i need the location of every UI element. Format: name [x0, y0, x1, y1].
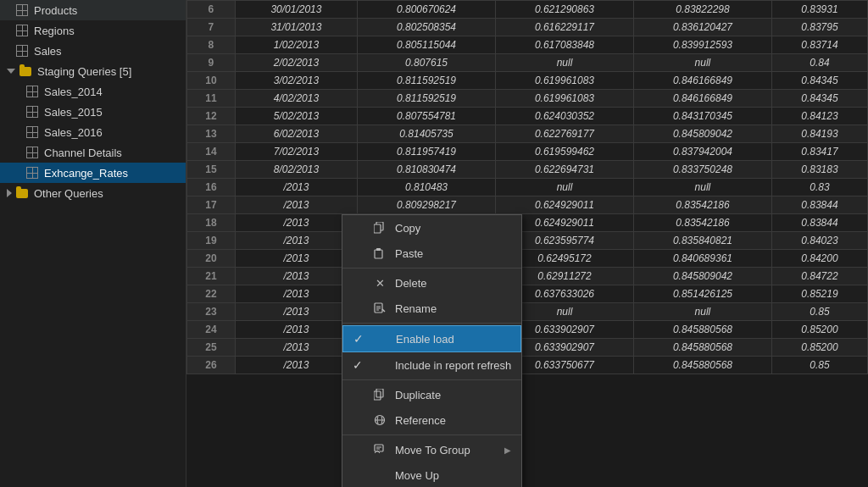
table-cell: /2013: [235, 179, 357, 196]
row-number: 21: [187, 268, 236, 285]
table-cell: 0.85219: [771, 285, 867, 303]
row-number: 23: [187, 303, 236, 321]
menu-item-label: Rename: [395, 302, 511, 315]
table-row: 103/02/20130.8115925190.6199610830.84616…: [187, 72, 868, 90]
sidebar-item-exhcange_rates[interactable]: Exhcange_Rates: [0, 163, 186, 183]
table-cell: 0.836120427: [633, 19, 771, 36]
folder-icon: [15, 186, 29, 200]
row-number: 17: [187, 196, 236, 214]
svg-rect-13: [375, 445, 383, 451]
table-row: 114/02/20130.8115925190.6199610830.84616…: [187, 90, 868, 108]
sidebar-item-regions[interactable]: Regions: [0, 20, 186, 41]
row-number: 19: [187, 232, 236, 250]
row-number: 6: [187, 1, 236, 19]
menu-item-rename[interactable]: Rename: [342, 296, 521, 321]
menu-item-icon: [371, 300, 388, 317]
menu-item-move-to-group[interactable]: Move To Group▶: [342, 437, 521, 462]
sidebar-item-other-queries[interactable]: Other Queries: [0, 183, 186, 203]
row-number: 18: [187, 214, 236, 232]
table-cell: 0.809298217: [358, 196, 496, 214]
table-cell: 0.84345: [771, 90, 867, 108]
table-cell: 0.845880568: [633, 339, 771, 357]
data-table: 630/01/20130.8006706240.6212908630.83822…: [186, 0, 868, 374]
menu-separator: [342, 323, 521, 324]
table-row: 19/20130.8143764140.6235957740.835840821…: [187, 232, 868, 250]
sidebar-item-sales_2015[interactable]: Sales_2015: [0, 102, 186, 122]
table-cell: /2013: [235, 232, 357, 250]
menu-item-move-up[interactable]: Move Up: [342, 462, 521, 487]
row-number: 7: [187, 19, 236, 36]
menu-item-copy[interactable]: Copy: [342, 215, 521, 241]
menu-item-duplicate[interactable]: Duplicate: [342, 382, 521, 407]
sidebar-item-sales[interactable]: Sales: [0, 41, 186, 61]
sidebar-item-sales_2014[interactable]: Sales_2014: [0, 81, 186, 102]
table-cell: null: [496, 179, 634, 196]
row-number: 22: [187, 285, 236, 303]
table-cell: 0.85: [771, 357, 867, 374]
table-cell: 0.619961083: [496, 72, 634, 90]
table-cell: 31/01/2013: [235, 19, 357, 36]
table-cell: 0.84023: [771, 232, 867, 250]
row-number: 20: [187, 250, 236, 268]
table-row: 731/01/20130.8025083540.6162291170.83612…: [187, 19, 868, 36]
table-cell: 0.837942004: [633, 143, 771, 161]
table-cell: 0.839912593: [633, 36, 771, 54]
table-cell: 0.83714: [771, 36, 867, 54]
menu-item-icon: [371, 386, 388, 403]
row-number: 11: [187, 90, 236, 108]
menu-item-delete[interactable]: ✕Delete: [342, 270, 521, 296]
menu-item-label: Delete: [395, 277, 511, 290]
table-cell: 0.83542186: [633, 196, 771, 214]
table-cell: 0.616229117: [496, 19, 634, 36]
row-number: 14: [187, 143, 236, 161]
menu-item-enable-load[interactable]: ✓Enable load: [342, 325, 521, 352]
table-row: 24/20130.8212908510.6339029070.845880568…: [187, 321, 868, 339]
sidebar-item-label: Staging Queries [5]: [37, 65, 131, 78]
table-cell: 0.83542186: [633, 214, 771, 232]
table-cell: 0.621290863: [496, 1, 634, 19]
sidebar-item-channel-details[interactable]: Channel Details: [0, 142, 186, 163]
table-cell: 0.800670624: [358, 1, 496, 19]
sidebar-item-staging-queries-[5][interactable]: Staging Queries [5]: [0, 61, 186, 81]
menu-item-label: Paste: [395, 247, 511, 260]
menu-item-reference[interactable]: Reference: [342, 407, 521, 433]
row-number: 12: [187, 108, 236, 125]
menu-item-include-in-report-refresh[interactable]: ✓Include in report refresh: [342, 352, 521, 378]
sidebar-item-label: Sales: [34, 45, 62, 58]
table-row: 125/02/20130.8075547810.6240303520.84317…: [187, 108, 868, 125]
context-menu: CopyPaste✕DeleteRename✓Enable load✓Inclu…: [342, 214, 522, 487]
sidebar-item-label: Other Queries: [34, 187, 103, 200]
menu-separator: [342, 268, 521, 268]
row-number: 9: [187, 54, 236, 72]
sidebar-item-products[interactable]: Products: [0, 0, 186, 20]
table-cell: 0.619599462: [496, 143, 634, 161]
sidebar-item-label: Products: [34, 4, 77, 17]
table-cell: 8/02/2013: [235, 161, 357, 179]
table-cell: 0.846166849: [633, 72, 771, 90]
table-cell: 0.811592519: [358, 72, 496, 90]
menu-item-label: Duplicate: [395, 389, 511, 401]
table-cell: 0.84200: [771, 250, 867, 268]
menu-item-icon: [372, 330, 389, 347]
table-cell: 0.833750248: [633, 161, 771, 179]
main-content: 630/01/20130.8006706240.6212908630.83822…: [186, 0, 868, 487]
svg-rect-1: [374, 224, 381, 233]
table-cell: /2013: [235, 303, 357, 321]
table-cell: 0.83844: [771, 196, 867, 214]
table-row: 158/02/20130.8108304740.6226947310.83375…: [187, 161, 868, 179]
table-row: 17/20130.8092982170.6249290110.835421860…: [187, 196, 868, 214]
table-cell: 0.622694731: [496, 161, 634, 179]
table-cell: 0.85200: [771, 339, 867, 357]
menu-item-paste[interactable]: Paste: [342, 241, 521, 266]
menu-item-icon: [371, 357, 388, 374]
table-cell: 0.843170345: [633, 108, 771, 125]
table-cell: null: [633, 303, 771, 321]
table-cell: 0.805115044: [358, 36, 496, 54]
table-row: 23/20130.820349nullnull0.85: [187, 303, 868, 321]
sidebar-item-sales_2016[interactable]: Sales_2016: [0, 122, 186, 142]
row-number: 26: [187, 357, 236, 374]
table-cell: null: [633, 179, 771, 196]
table-cell: 0.84193: [771, 125, 867, 143]
menu-item-icon: [371, 245, 388, 262]
folder-arrow-icon: [7, 189, 12, 197]
